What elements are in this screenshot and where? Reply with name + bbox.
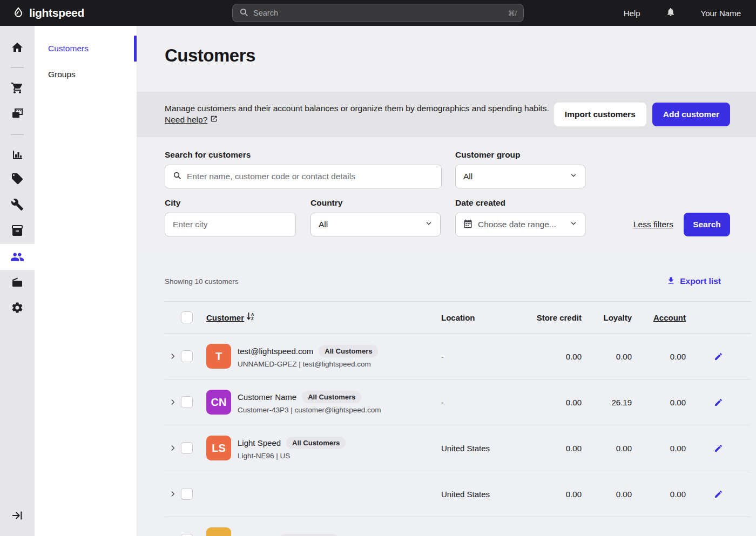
loyalty-cell: 0.00 bbox=[582, 444, 632, 453]
store-credit-cell: 0.00 bbox=[530, 490, 582, 499]
account-cell: 0.00 bbox=[632, 490, 686, 499]
select-all-checkbox[interactable] bbox=[181, 311, 193, 323]
customers-icon[interactable] bbox=[0, 244, 35, 270]
store-credit-cell: 0.00 bbox=[530, 444, 582, 453]
customer-details: Customer-43P3 | customer@lightspeed.com bbox=[238, 406, 381, 414]
sidebar-item-groups[interactable]: Groups bbox=[35, 62, 137, 87]
account-cell: 0.00 bbox=[632, 352, 686, 361]
topbar: lightspeed ⌘/ Help Your Name bbox=[0, 0, 756, 26]
location-cell: - bbox=[433, 398, 530, 407]
svg-text:Z: Z bbox=[251, 316, 254, 321]
calendar-icon bbox=[463, 219, 473, 230]
expand-row-button[interactable] bbox=[165, 352, 181, 360]
chevron-down-icon bbox=[570, 220, 577, 229]
date-created-label: Date created bbox=[455, 198, 585, 208]
customer-name[interactable]: Customer Name bbox=[238, 392, 296, 402]
location-cell: United States bbox=[433, 444, 530, 453]
row-checkbox[interactable] bbox=[181, 442, 193, 454]
brand-name: lightspeed bbox=[29, 6, 84, 19]
customer-details: Light-NE96 | US bbox=[238, 452, 346, 460]
account-cell: 0.00 bbox=[632, 444, 686, 453]
store-credit-cell: 0.00 bbox=[530, 398, 582, 407]
store-credit-header: Store credit bbox=[537, 313, 582, 322]
customer-group-badge: All Customers bbox=[319, 345, 378, 357]
inventory-icon[interactable] bbox=[0, 218, 35, 243]
sidebar-item-customers[interactable]: Customers bbox=[35, 36, 137, 62]
icon-sidebar bbox=[0, 26, 35, 536]
help-link[interactable]: Help bbox=[624, 9, 640, 18]
intro-banner: Manage customers and their account balan… bbox=[137, 92, 756, 137]
customer-sort-header[interactable]: Customer A Z bbox=[206, 311, 255, 323]
edit-customer-icon[interactable] bbox=[714, 398, 723, 407]
search-for-customers-label: Search for customers bbox=[165, 150, 442, 160]
tools-icon[interactable] bbox=[0, 192, 35, 218]
case-icon[interactable] bbox=[0, 269, 35, 295]
loyalty-cell: 0.00 bbox=[582, 490, 632, 499]
table-row: N Nameless All Customers 0.00 0.3 0.00 bbox=[165, 517, 751, 536]
cart-icon[interactable] bbox=[0, 75, 35, 101]
collapse-icon[interactable] bbox=[0, 503, 35, 528]
table-row: CN Customer Name All Customers Customer-… bbox=[165, 379, 751, 425]
main-content: Customers Manage customers and their acc… bbox=[137, 26, 756, 536]
settings-icon[interactable] bbox=[0, 295, 35, 321]
table-header: Customer A Z Location bbox=[165, 301, 751, 334]
edit-customer-icon[interactable] bbox=[714, 352, 723, 361]
search-button[interactable]: Search bbox=[684, 213, 730, 236]
import-customers-button[interactable]: Import customers bbox=[554, 103, 646, 126]
search-icon bbox=[239, 8, 248, 19]
avatar: LS bbox=[206, 436, 231, 460]
city-label: City bbox=[165, 198, 296, 208]
expand-row-button[interactable] bbox=[165, 490, 181, 498]
customer-name[interactable]: Light Speed bbox=[238, 438, 281, 447]
section-sidebar: Customers Groups bbox=[35, 26, 137, 536]
city-field[interactable] bbox=[165, 213, 296, 236]
need-help-link[interactable]: Need help? bbox=[165, 114, 218, 126]
row-checkbox[interactable] bbox=[181, 350, 193, 362]
customer-group-badge: All Customers bbox=[286, 437, 346, 449]
tag-icon[interactable] bbox=[0, 166, 35, 192]
loyalty-cell: 0.00 bbox=[582, 352, 632, 361]
location-cell: United States bbox=[433, 490, 530, 499]
flame-icon bbox=[12, 6, 25, 19]
export-list-button[interactable]: Export list bbox=[666, 276, 721, 287]
customer-group-select[interactable]: All bbox=[455, 165, 585, 188]
home-icon[interactable] bbox=[0, 35, 35, 60]
register-icon[interactable] bbox=[0, 101, 35, 127]
lightspeed-logo[interactable]: lightspeed bbox=[0, 6, 84, 19]
store-credit-cell: 0.00 bbox=[530, 352, 582, 361]
search-shortcut-hint: ⌘/ bbox=[508, 9, 517, 17]
reports-icon[interactable] bbox=[0, 142, 35, 168]
user-menu[interactable]: Your Name bbox=[701, 9, 741, 18]
table-row: United States 0.00 0.00 0.00 bbox=[165, 471, 751, 517]
customer-search-input[interactable] bbox=[187, 172, 434, 181]
external-link-icon bbox=[210, 114, 218, 126]
expand-row-button[interactable] bbox=[165, 444, 181, 452]
edit-customer-icon[interactable] bbox=[714, 444, 723, 453]
notification-bell-icon[interactable] bbox=[666, 7, 676, 19]
chevron-down-icon bbox=[570, 172, 577, 181]
global-search[interactable]: ⌘/ bbox=[232, 4, 524, 22]
customer-group-badge: All Customers bbox=[279, 534, 339, 536]
rail-divider bbox=[11, 67, 24, 68]
row-checkbox[interactable] bbox=[181, 396, 193, 408]
city-input[interactable] bbox=[173, 220, 288, 229]
chevron-down-icon bbox=[425, 220, 433, 229]
country-select[interactable]: All bbox=[310, 213, 441, 236]
expand-row-button[interactable] bbox=[165, 398, 181, 406]
avatar: T bbox=[206, 344, 231, 369]
location-header: Location bbox=[441, 313, 475, 322]
loyalty-cell: 26.19 bbox=[582, 398, 632, 407]
customer-search-field[interactable] bbox=[165, 165, 442, 188]
search-icon bbox=[173, 171, 181, 182]
account-sort-header[interactable]: Account bbox=[653, 313, 686, 322]
edit-customer-icon[interactable] bbox=[714, 490, 723, 499]
less-filters-link[interactable]: Less filters bbox=[633, 220, 673, 229]
row-checkbox[interactable] bbox=[181, 534, 193, 536]
add-customer-button[interactable]: Add customer bbox=[652, 103, 730, 126]
date-range-select[interactable]: Choose date range... bbox=[455, 213, 585, 236]
global-search-input[interactable] bbox=[253, 9, 503, 17]
avatar: N bbox=[206, 527, 231, 536]
location-cell: - bbox=[433, 352, 530, 361]
row-checkbox[interactable] bbox=[181, 488, 193, 500]
customer-name[interactable]: test@lightspeed.com bbox=[238, 347, 313, 356]
